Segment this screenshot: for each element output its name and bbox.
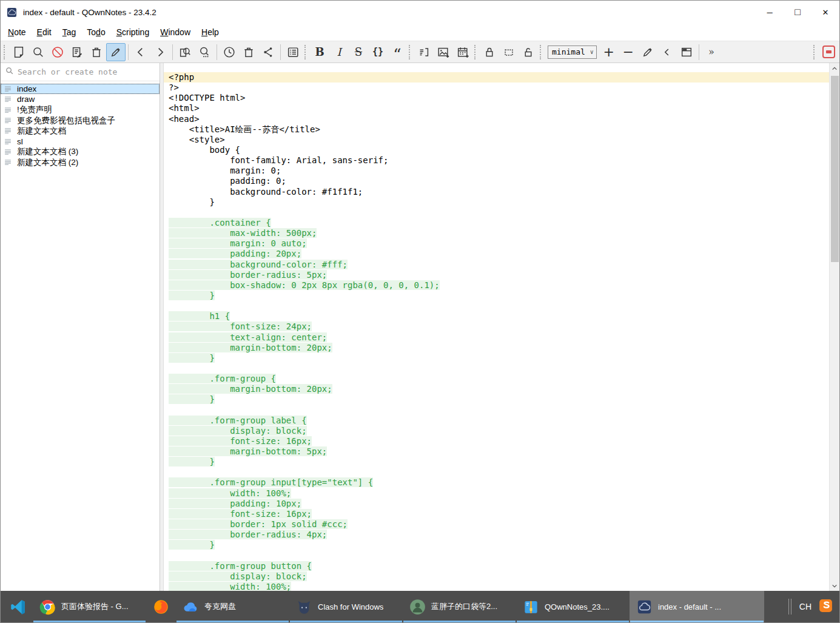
editor-line: padding: 20px; [164,249,829,259]
note-title: 新建文本文档 (3) [17,146,78,157]
scrollbar-thumb[interactable] [831,76,839,262]
search-input[interactable] [18,67,155,76]
back-button[interactable] [131,43,150,61]
note-title: sl [17,137,23,146]
taskbar-items: 页面体验报告 - G...夸克网盘Clash for Windows蓝胖子的口袋… [3,591,764,622]
edit-mode-button[interactable] [106,43,126,61]
remove-note-button[interactable] [48,43,67,61]
insert-text-link-button[interactable] [414,43,434,61]
editor-line: width: 100%; [164,582,829,591]
trash-icon [242,45,255,59]
taskbar-item-clash[interactable]: Clash for Windows [289,591,403,622]
format-italic-button[interactable]: I [329,43,349,61]
sogou-ime-icon[interactable] [818,598,833,616]
todo-list-button[interactable] [283,43,303,61]
close-button[interactable]: ✕ [811,1,839,24]
language-indicator[interactable]: CH [799,602,811,611]
menu-scripting[interactable]: Scripting [111,25,155,39]
menu-help[interactable]: Help [196,25,224,39]
scroll-up-icon[interactable] [830,63,839,73]
menu-tag[interactable]: Tag [57,25,82,39]
tray-grips [788,599,791,615]
editor-line: ?> [164,83,829,93]
new-note-button[interactable] [9,43,29,61]
editor-line: display: block; [164,571,829,582]
taskbar-item-label: 夸克网盘 [204,601,236,612]
note-list-item[interactable]: index [1,84,160,94]
note-list-item[interactable]: 更多免费影视包括电视盒子 [1,115,160,126]
toolbar-drag-handle [474,45,477,59]
forward-button[interactable] [150,43,170,61]
taskbar-item-qownnotes[interactable]: index - default - ... [630,591,764,622]
taskbar-item-wechat-chat[interactable]: 蓝胖子的口袋等2... [403,591,516,622]
menu-window[interactable]: Window [155,25,196,39]
scroll-down-icon[interactable] [830,581,839,591]
editor-line [164,363,829,374]
note-diff-button[interactable] [67,43,87,61]
clock-icon [223,45,236,59]
edit-encrypted-note-button[interactable] [499,43,519,61]
quark-pan-icon [183,599,199,615]
taskbar-item-zip-archive[interactable]: QOwnNotes_23.... [516,591,630,622]
menu-edit[interactable]: Edit [32,25,57,39]
taskbar-item-vscode[interactable] [3,591,33,622]
editor-line: text-align: center; [164,332,829,343]
editor-line: display: block; [164,426,829,436]
editor-line: font-size: 16px; [164,509,829,519]
find-in-note-button[interactable] [195,43,214,61]
note-history-button[interactable] [220,43,239,61]
taskbar-item-label: 页面体验报告 - G... [61,601,129,612]
trash-note-button[interactable] [87,43,106,61]
editor-line: background-color: #f1f1f1; [164,187,829,197]
editor-scrollbar[interactable] [829,63,839,591]
note-edit-indicator-button[interactable] [819,43,838,61]
zip-archive-icon [523,599,539,615]
block-icon [51,45,64,59]
editor-line: margin: 0 auto; [164,238,829,249]
search-note-button[interactable] [29,43,48,61]
add-workspace-button[interactable]: + [599,43,619,61]
local-trash-button[interactable] [239,43,258,61]
note-text[interactable]: <?php?><!DOCTYPE html><html><head> <titl… [164,72,829,591]
format-strikethrough-button[interactable]: S [349,43,368,61]
remove-workspace-button[interactable]: − [619,43,638,61]
insert-code-block-button[interactable]: {} [368,43,388,61]
editor-line: box-shadow: 0 2px 8px rgba(0, 0, 0, 0.1)… [164,280,829,291]
insert-blockquote-button[interactable]: “ [388,43,407,61]
editor-line: } [164,540,829,550]
note-editor[interactable]: <?php?><!DOCTYPE html><html><head> <titl… [164,63,839,591]
taskbar-item-label: QOwnNotes_23.... [545,602,610,611]
qownnotes-icon [636,599,653,615]
taskbar-item-chrome[interactable]: 页面体验报告 - G... [33,591,146,622]
collapse-panels-button[interactable] [657,43,677,61]
maximize-button[interactable]: □ [784,1,811,24]
taskbar-item-firefox[interactable] [146,591,176,622]
toolbar-overflow-button[interactable]: » [702,43,721,61]
editor-line: margin-bottom: 20px; [164,384,829,394]
note-list-item[interactable]: draw [1,94,160,104]
find-replace-in-text-button[interactable] [175,43,195,61]
workspace-selector[interactable]: minimal∨ [548,45,597,59]
clash-icon [296,599,312,615]
taskbar-item-label: 蓝胖子的口袋等2... [431,601,497,612]
toolbar-separator [280,44,281,60]
editor-line: width: 100%; [164,488,829,499]
note-list-item[interactable]: 新建文本文档 [1,126,160,136]
decrypt-note-button[interactable] [519,43,538,61]
note-list-item[interactable]: !免责声明 [1,105,160,115]
toggle-panels-button[interactable] [677,43,696,61]
taskbar-item-quark-pan[interactable]: 夸克网盘 [176,591,289,622]
format-bold-button[interactable]: B [310,43,329,61]
note-search-box [1,63,160,81]
minimize-button[interactable]: ─ [756,1,784,24]
encrypt-note-button[interactable] [480,43,499,61]
note-list-item[interactable]: 新建文本文档 (3) [1,147,160,157]
insert-image-button[interactable] [434,43,453,61]
menu-note[interactable]: Note [2,25,32,39]
menu-todo[interactable]: Todo [81,25,110,39]
rename-workspace-button[interactable] [638,43,657,61]
share-note-button[interactable] [258,43,278,61]
insert-current-time-button[interactable] [453,43,472,61]
note-list-item[interactable]: sl [1,136,160,146]
note-list-item[interactable]: 新建文本文档 (2) [1,157,160,167]
